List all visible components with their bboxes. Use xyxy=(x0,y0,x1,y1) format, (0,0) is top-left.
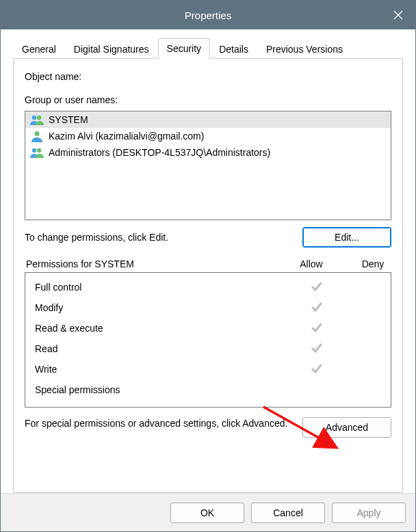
tab-security[interactable]: Security xyxy=(158,38,211,59)
permission-name: Write xyxy=(35,364,299,375)
permissions-for-label: Permissions for SYSTEM xyxy=(26,258,134,269)
user-row[interactable]: Kazim Alvi (kazimalialvi@gmail.com) xyxy=(25,128,391,144)
allow-cell xyxy=(299,362,335,377)
window-title: Properties xyxy=(185,10,231,21)
user-row[interactable]: SYSTEM xyxy=(25,111,391,128)
permission-row: Read xyxy=(35,338,384,359)
edit-button[interactable]: Edit... xyxy=(302,227,391,248)
edit-row: To change permissions, click Edit. Edit.… xyxy=(25,227,391,248)
security-tab-pane: Object name: Group or user names: SYSTEM… xyxy=(13,58,403,493)
user-icon xyxy=(29,130,44,142)
permission-row: Read & execute xyxy=(35,318,384,338)
permission-name: Modify xyxy=(35,302,299,313)
check-icon xyxy=(311,284,323,295)
user-name: SYSTEM xyxy=(49,114,88,125)
svg-point-3 xyxy=(37,116,41,120)
user-row[interactable]: Administrators (DESKTOP-4L537JQ\Administ… xyxy=(25,144,391,161)
deny-header: Deny xyxy=(356,258,390,269)
users-group-icon xyxy=(29,146,44,159)
tab-strip: General Digital Signatures Security Deta… xyxy=(13,38,403,58)
svg-point-2 xyxy=(32,116,36,120)
tab-digital-signatures[interactable]: Digital Signatures xyxy=(65,39,158,59)
permission-name: Special permissions xyxy=(35,384,299,395)
advanced-row: For special permissions or advanced sett… xyxy=(25,417,391,438)
cancel-button[interactable]: Cancel xyxy=(251,503,325,523)
allow-header: Allow xyxy=(294,258,328,269)
allow-cell xyxy=(299,342,335,356)
titlebar: Properties xyxy=(1,1,415,29)
change-permissions-hint: To change permissions, click Edit. xyxy=(25,232,168,243)
permission-row: Write xyxy=(35,359,384,380)
check-icon xyxy=(311,304,323,315)
permission-row: Full control xyxy=(35,277,384,297)
apply-button[interactable]: Apply xyxy=(332,503,406,523)
permission-row: Modify xyxy=(35,297,384,318)
tab-previous-versions[interactable]: Previous Versions xyxy=(257,39,352,59)
user-name: Administrators (DESKTOP-4L537JQ\Administ… xyxy=(49,147,270,158)
users-listbox[interactable]: SYSTEMKazim Alvi (kazimalialvi@gmail.com… xyxy=(25,111,391,220)
permission-name: Read xyxy=(35,343,299,354)
advanced-hint: For special permissions or advanced sett… xyxy=(25,417,294,430)
check-icon xyxy=(311,345,323,356)
object-name-label: Object name: xyxy=(25,71,391,82)
allow-cell xyxy=(299,280,335,295)
ok-button[interactable]: OK xyxy=(170,503,244,523)
dialog-body: General Digital Signatures Security Deta… xyxy=(1,29,415,493)
permission-name: Read & execute xyxy=(35,323,299,334)
group-users-label: Group or user names: xyxy=(25,94,391,105)
tab-details[interactable]: Details xyxy=(210,39,257,59)
close-icon xyxy=(393,10,403,20)
permission-name: Full control xyxy=(35,282,299,293)
properties-dialog: Properties General Digital Signatures Se… xyxy=(0,0,416,532)
permissions-listbox: Full controlModifyRead & executeReadWrit… xyxy=(25,272,391,408)
close-button[interactable] xyxy=(381,1,415,29)
dialog-footer: OK Cancel Apply xyxy=(1,493,415,531)
permission-row: Special permissions xyxy=(35,380,384,400)
advanced-button[interactable]: Advanced xyxy=(302,417,391,438)
allow-cell xyxy=(299,321,335,336)
permissions-columns-header: Allow Deny xyxy=(294,258,390,269)
check-icon xyxy=(311,325,323,336)
svg-point-6 xyxy=(37,148,41,152)
allow-cell xyxy=(299,301,335,315)
permissions-header: Permissions for SYSTEM Allow Deny xyxy=(25,258,391,269)
svg-point-4 xyxy=(34,131,39,136)
check-icon xyxy=(311,366,323,377)
users-group-icon xyxy=(29,114,44,126)
tab-general[interactable]: General xyxy=(13,39,65,59)
user-name: Kazim Alvi (kazimalialvi@gmail.com) xyxy=(49,131,204,142)
svg-point-5 xyxy=(32,148,36,152)
